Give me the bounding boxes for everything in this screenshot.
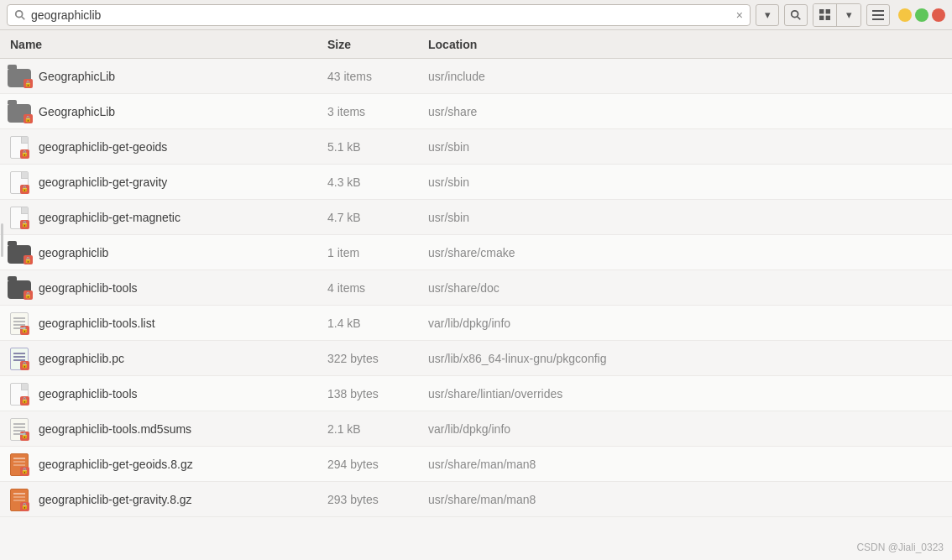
file-size: 4.7 kB <box>327 211 428 224</box>
gz-file-icon <box>7 487 32 512</box>
list-file-icon <box>7 416 32 442</box>
svg-line-3 <box>798 16 801 19</box>
file-name-label: geographiclib.pc <box>39 352 124 365</box>
search-dropdown-button[interactable]: ▾ <box>756 4 779 26</box>
svg-point-0 <box>16 10 23 17</box>
file-list: GeographicLib 43 items usr/include Geogr… <box>0 59 952 560</box>
pc-file-icon <box>7 346 32 371</box>
file-location: usr/share/cmake <box>428 246 952 259</box>
file-size: 4.3 kB <box>327 175 428 189</box>
table-row[interactable]: GeographicLib 43 items usr/include <box>0 59 952 94</box>
svg-rect-5 <box>826 9 830 13</box>
table-row[interactable]: GeographicLib 3 items usr/share <box>0 94 952 129</box>
table-row[interactable]: geographiclib-get-gravity 4.3 kB usr/sbi… <box>0 165 952 200</box>
file-size: 4 items <box>327 281 428 295</box>
file-size: 1 item <box>327 246 428 259</box>
file-name-label: geographiclib-tools.md5sums <box>39 422 191 436</box>
file-size: 5.1 kB <box>327 140 428 154</box>
script-file-icon <box>7 381 32 406</box>
file-size: 1.4 kB <box>327 317 428 330</box>
file-name: GeographicLib <box>0 99 327 124</box>
file-size: 322 bytes <box>327 352 428 365</box>
file-location: var/lib/dpkg/info <box>428 422 952 436</box>
table-row[interactable]: geographiclib-tools.list 1.4 kB var/lib/… <box>0 306 952 341</box>
file-name-label: GeographicLib <box>39 105 115 118</box>
close-button[interactable]: × <box>932 8 945 22</box>
table-row[interactable]: geographiclib-get-geoids 5.1 kB usr/sbin <box>0 129 952 165</box>
search-button[interactable] <box>784 4 808 26</box>
svg-line-1 <box>22 16 25 19</box>
grid-icon <box>819 9 830 20</box>
file-name: GeographicLib <box>0 64 327 89</box>
file-size: 43 items <box>327 70 428 83</box>
table-row[interactable]: geographiclib-tools 4 items usr/share/do… <box>0 270 952 306</box>
svg-rect-8 <box>872 10 884 12</box>
table-row[interactable]: geographiclib 1 item usr/share/cmake <box>0 235 952 270</box>
file-location: usr/share <box>428 105 952 118</box>
file-name-label: GeographicLib <box>39 70 115 83</box>
file-size: 294 bytes <box>327 458 428 471</box>
file-name: geographiclib-get-geoids <box>0 134 327 160</box>
file-size: 2.1 kB <box>327 422 428 436</box>
file-name: geographiclib.pc <box>0 346 327 371</box>
watermark: CSDN @Jiali_0323 <box>856 542 944 553</box>
menu-icon <box>872 10 884 20</box>
file-name-label: geographiclib-get-gravity.8.gz <box>39 493 192 506</box>
file-name: geographiclib-get-geoids.8.gz <box>0 452 327 477</box>
column-name-header[interactable]: Name <box>0 38 327 51</box>
search-clear-button[interactable]: × <box>736 8 743 22</box>
grid-view-button[interactable] <box>813 4 837 26</box>
file-name: geographiclib-get-gravity <box>0 170 327 195</box>
file-name-label: geographiclib-get-magnetic <box>39 211 180 224</box>
file-name-label: geographiclib-get-geoids.8.gz <box>39 458 193 471</box>
file-name: geographiclib-get-gravity.8.gz <box>0 487 327 512</box>
file-location: usr/share/doc <box>428 281 952 295</box>
file-name: geographiclib-tools <box>0 275 327 301</box>
folder-icon <box>7 240 32 265</box>
file-location: usr/share/man/man8 <box>428 493 952 506</box>
search-toolbar-icon <box>790 9 802 21</box>
sidebar-handle <box>0 30 4 450</box>
table-row[interactable]: geographiclib-get-geoids.8.gz 294 bytes … <box>0 447 952 482</box>
file-name: geographiclib-tools.list <box>0 311 327 336</box>
table-row[interactable]: geographiclib-tools.md5sums 2.1 kB var/l… <box>0 411 952 447</box>
file-location: usr/sbin <box>428 175 952 189</box>
svg-rect-4 <box>819 9 824 13</box>
folder-icon <box>7 64 32 89</box>
view-dropdown-button[interactable]: ▾ <box>837 4 860 26</box>
file-name: geographiclib <box>0 240 327 265</box>
svg-rect-7 <box>826 16 830 20</box>
file-name-label: geographiclib-tools <box>39 387 138 400</box>
gz-file-icon <box>7 452 32 477</box>
file-location: var/lib/dpkg/info <box>428 317 952 330</box>
search-input[interactable] <box>31 8 731 22</box>
table-row[interactable]: geographiclib-tools 138 bytes usr/share/… <box>0 376 952 411</box>
titlebar: × ▾ ▾ − □ × <box>0 0 952 30</box>
view-mode-group: ▾ <box>813 3 861 27</box>
table-row[interactable]: geographiclib.pc 322 bytes usr/lib/x86_6… <box>0 341 952 376</box>
svg-rect-6 <box>819 16 824 20</box>
list-file-icon <box>7 311 32 336</box>
file-location: usr/include <box>428 70 952 83</box>
column-location-header[interactable]: Location <box>428 38 952 51</box>
file-name-label: geographiclib-get-geoids <box>39 140 167 154</box>
search-icon <box>14 9 26 21</box>
script-file-icon <box>7 170 32 195</box>
menu-button[interactable] <box>866 4 890 26</box>
table-header: Name Size Location <box>0 30 952 59</box>
column-size-header[interactable]: Size <box>327 38 428 51</box>
minimize-button[interactable]: − <box>898 8 912 22</box>
search-box[interactable]: × <box>7 4 751 26</box>
file-name: geographiclib-tools.md5sums <box>0 416 327 442</box>
table-row[interactable]: geographiclib-get-magnetic 4.7 kB usr/sb… <box>0 200 952 235</box>
file-size: 3 items <box>327 105 428 118</box>
file-location: usr/share/man/man8 <box>428 458 952 471</box>
maximize-button[interactable]: □ <box>915 8 928 22</box>
folder-icon <box>7 275 32 301</box>
script-file-icon <box>7 205 32 230</box>
table-row[interactable]: geographiclib-get-gravity.8.gz 293 bytes… <box>0 482 952 517</box>
file-location: usr/sbin <box>428 140 952 154</box>
svg-rect-10 <box>872 18 884 20</box>
svg-rect-9 <box>872 14 884 16</box>
svg-point-2 <box>792 10 798 17</box>
